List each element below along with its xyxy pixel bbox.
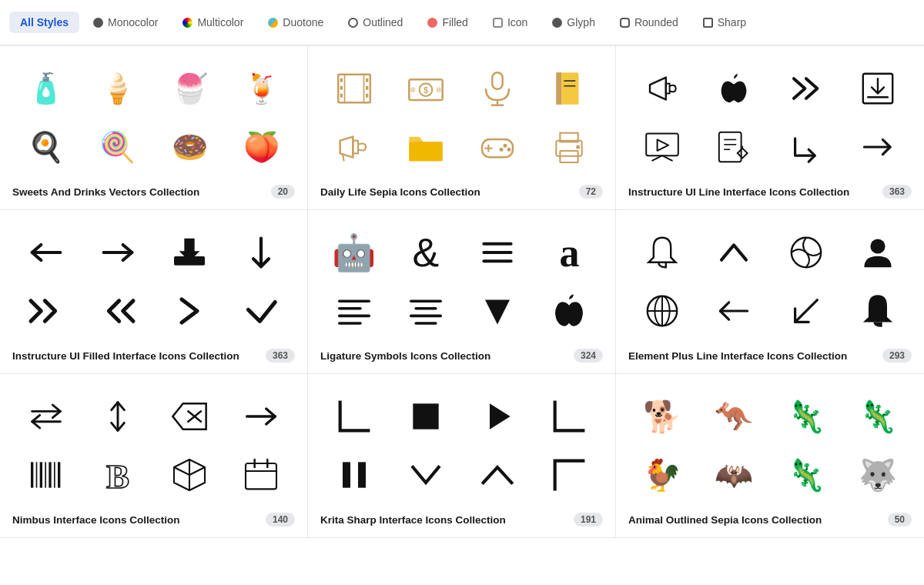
folder-icon	[407, 128, 445, 166]
swap-arrows-icon	[27, 397, 65, 436]
icon-cell	[845, 226, 912, 279]
nav-item-rounded[interactable]: Rounded	[609, 12, 689, 33]
icon-cell: 🦎	[845, 389, 912, 443]
kangaroo-icon: 🦘	[715, 399, 753, 435]
svg-rect-6	[366, 79, 368, 82]
icecream-cone-icon: 🍦	[99, 72, 136, 105]
icon-cell: 🧴	[12, 62, 79, 115]
svg-rect-24	[409, 142, 442, 161]
arrow-left-line-icon	[715, 292, 752, 329]
arrow-right-outline-icon	[242, 397, 280, 436]
collection-count-element-plus: 293	[882, 349, 912, 363]
icon-cell: 🦇	[701, 448, 768, 502]
book-icon	[550, 69, 588, 108]
svg-rect-39	[646, 133, 678, 155]
icon-cell: 🐓	[628, 448, 696, 502]
edit-doc-icon	[715, 129, 752, 165]
soft-icecream-icon: 🍧	[172, 72, 208, 105]
icon-cell: &	[392, 226, 459, 279]
svg-line-87	[189, 467, 205, 475]
icon-cell	[156, 284, 223, 338]
icon-grid-animal: 🐕 🦘 🦎 🦎 🐓 🦇 🦎 🐺	[628, 389, 912, 502]
peach-icon: 🍑	[243, 130, 280, 164]
icon-cell	[701, 226, 768, 279]
svg-rect-94	[413, 403, 438, 429]
icon-cell	[12, 226, 79, 279]
svg-marker-95	[490, 403, 511, 429]
nav-label-rounded: Rounded	[634, 16, 678, 28]
nav-item-outlined[interactable]: Outlined	[337, 12, 413, 33]
icon-cell	[12, 448, 79, 502]
icon-cell: 🤖	[320, 226, 387, 279]
chevron-right-filled-icon	[170, 292, 209, 330]
collection-name-element-plus: Element Plus Line Interface Icons Collec…	[628, 350, 847, 362]
download-filled-icon	[170, 233, 209, 272]
nav-item-all[interactable]: All Styles	[9, 12, 79, 33]
nav-item-duotone[interactable]: Duotone	[257, 12, 334, 33]
download-box-icon	[859, 70, 896, 107]
collection-count-krita: 191	[574, 513, 603, 526]
collection-count-daily: 72	[579, 185, 603, 199]
nav-dot-duotone	[268, 18, 278, 28]
collection-nimbus: B	[0, 374, 308, 538]
collection-animal: 🐕 🦘 🦎 🦎 🐓 🦇 🦎 🐺	[616, 374, 924, 538]
svg-rect-4	[340, 86, 342, 90]
svg-line-70	[795, 300, 817, 323]
egg-icon: 🍳	[28, 130, 64, 164]
icon-cell	[392, 448, 459, 502]
donut-icon: 🍩	[172, 130, 208, 164]
icon-cell	[701, 62, 768, 115]
collection-footer-krita: Krita Sharp Interface Icons Collection 1…	[320, 513, 603, 526]
icon-cell	[628, 284, 696, 338]
collection-footer-nimbus: Nimbus Interface Icons Collection 140	[12, 513, 295, 526]
android-icon: 🤖	[332, 232, 376, 273]
arrow-down-filled-icon	[242, 233, 280, 272]
down-arrow-solid-icon	[479, 292, 516, 329]
collection-footer-instructure-line: Instructure UI Line Interface Icons Coll…	[628, 185, 912, 199]
chevron-up-icon	[715, 234, 752, 271]
popsicle-icon: 🍭	[99, 130, 136, 164]
calendar-icon	[242, 456, 280, 494]
bat-icon: 🦇	[715, 457, 753, 493]
icon-cell	[84, 226, 151, 279]
icon-cell	[536, 448, 603, 502]
align-center-icon	[407, 292, 444, 329]
icon-cell: 🍩	[156, 120, 223, 174]
nav-item-sharp[interactable]: Sharp	[692, 12, 757, 33]
nav-dot-monocolor	[93, 18, 103, 28]
collections-grid: 🧴 🍦 🍧 🍹 🍳 🍭 🍩 🍑	[0, 46, 924, 538]
collection-krita: Krita Sharp Interface Icons Collection 1…	[308, 374, 616, 538]
chevron-down-sharp-icon	[407, 456, 445, 494]
megaphone-icon	[335, 128, 373, 166]
nav-item-icon[interactable]: Icon	[482, 12, 538, 33]
icon-cell	[845, 62, 912, 115]
nav-item-multicolor[interactable]: Multicolor	[172, 12, 254, 33]
nav-label-icon: Icon	[507, 16, 527, 28]
icon-cell	[228, 284, 295, 338]
arrow-right-icon	[859, 129, 896, 165]
double-chevron-right-icon	[788, 70, 825, 107]
icon-cell	[464, 226, 531, 279]
icon-grid-nimbus: B	[12, 389, 295, 502]
gecko-icon: 🦎	[787, 457, 825, 493]
icon-cell	[12, 284, 79, 338]
nav-item-filled[interactable]: Filled	[417, 12, 478, 33]
icon-cell: 🦘	[701, 389, 768, 443]
icon-cell: 🐕	[628, 389, 696, 443]
collection-name-animal: Animal Outlined Sepia Icons Collection	[628, 514, 822, 526]
arrow-left-filled-icon	[27, 233, 65, 272]
icon-cell: $	[392, 62, 459, 115]
cocktail-icon: 🍹	[243, 72, 280, 105]
svg-point-28	[504, 144, 507, 148]
square-filled-icon	[407, 397, 445, 436]
amazon-icon: a	[559, 230, 579, 276]
svg-rect-81	[49, 462, 51, 487]
collection-name-instructure-line: Instructure UI Line Interface Icons Coll…	[628, 186, 849, 198]
icon-cell	[464, 284, 531, 338]
nav-item-monocolor[interactable]: Monocolor	[82, 12, 169, 33]
svg-rect-82	[54, 462, 55, 487]
icon-grid-instructure-filled	[12, 226, 295, 338]
svg-marker-40	[657, 139, 668, 150]
nav-item-glyph[interactable]: Glyph	[541, 12, 606, 33]
svg-point-12	[410, 87, 416, 92]
